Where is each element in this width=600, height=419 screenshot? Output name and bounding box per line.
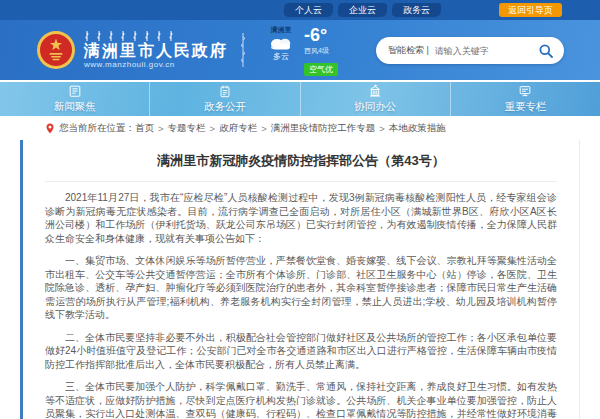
weather-condition: 多云 [273, 51, 289, 62]
breadcrumb-gov-column[interactable]: 政府专栏 [219, 122, 257, 135]
article-paragraph-intro: 2021年11月27日，我市在“应检尽检”人员核酸检测过程中，发现3例新冠病毒核… [45, 191, 557, 245]
breadcrumb: 您当前所在位置： 首页 > 专题专栏 > 政府专栏 > 满洲里疫情防控工作专题 … [0, 116, 600, 140]
site-url: www.manzhouli.gov.cn [84, 60, 228, 69]
document-icon [218, 84, 232, 98]
weather-condition-block: 满洲里 多云 [268, 25, 294, 62]
tab-government-cloud[interactable]: 政务云 [391, 3, 441, 17]
nav-item-news[interactable]: 新闻聚焦 [0, 82, 150, 116]
site-header: 满洲里市人民政府 www.manzhouli.gov.cn 满洲里 多云 -6°… [0, 20, 600, 80]
breadcrumb-prefix: 您当前所在位置： [59, 122, 135, 135]
site-title: 满洲里市人民政府 [84, 42, 228, 60]
top-utility-bar: 个人云 企业云 政务云 返回引导页 [0, 0, 600, 20]
logo-text-block: 满洲里市人民政府 www.manzhouli.gov.cn [84, 31, 228, 69]
weather-city: 满洲里 [271, 25, 292, 35]
building-icon [368, 84, 382, 98]
search-input[interactable] [435, 46, 538, 56]
air-quality-badge: 空气优 [304, 63, 338, 76]
tab-personal-cloud[interactable]: 个人云 [283, 3, 333, 17]
national-emblem-icon [36, 30, 76, 70]
monitor-icon [518, 84, 532, 98]
article-title: 满洲里市新冠肺炎疫情防控指挥部公告（第43号） [45, 146, 557, 182]
article-paragraph-item1: 一、集贸市场、文体休闲娱乐等场所暂停营业，严禁餐饮堂食、婚丧嫁娶、线下会议、宗教… [45, 254, 557, 322]
back-to-guide-button[interactable]: 返回引导页 [499, 3, 562, 17]
mongolian-script-icon [84, 31, 184, 41]
breadcrumb-special-topics[interactable]: 专题专栏 [168, 122, 206, 135]
weather-widget: 满洲里 多云 -6° 西风4级 空气优 [268, 25, 338, 76]
nav-item-gov-affairs[interactable]: 政务公开 [150, 82, 300, 116]
search-bar: 智能检索 | [376, 37, 564, 64]
main-nav: 新闻聚焦 政务公开 协同办公 [0, 80, 600, 116]
search-label: 智能检索 | [388, 44, 429, 57]
breadcrumb-home[interactable]: 首页 [135, 122, 154, 135]
weather-wind: 西风4级 [304, 46, 338, 56]
article-paragraph-item3: 三、全体市民要加强个人防护，科学佩戴口罩、勤洗手、常通风，保持社交距离，养成良好… [45, 380, 557, 419]
site-logo[interactable]: 满洲里市人民政府 www.manzhouli.gov.cn [36, 30, 228, 70]
breadcrumb-local-policies[interactable]: 本地政策措施 [389, 122, 446, 135]
newspaper-icon [68, 84, 82, 98]
nav-item-collaboration[interactable]: 协同办公 [301, 82, 451, 116]
search-icon[interactable] [538, 43, 554, 59]
breadcrumb-epidemic-topic[interactable]: 满洲里疫情防控工作专题 [271, 122, 376, 135]
weather-detail-block: -6° 西风4级 空气优 [304, 25, 338, 76]
article-container: 满洲里市新冠肺炎疫情防控指挥部公告（第43号） 2021年11月27日，我市在“… [20, 140, 580, 419]
weather-temperature: -6° [304, 25, 338, 45]
article-body: 2021年11月27日，我市在“应检尽检”人员核酸检测过程中，发现3例新冠病毒核… [45, 191, 557, 419]
location-pin-icon [45, 122, 55, 135]
nav-item-special-columns[interactable]: 重要专栏 [451, 82, 600, 116]
tab-enterprise-cloud[interactable]: 企业云 [337, 3, 387, 17]
article-paragraph-item2: 二、全体市民要坚持非必要不外出，积极配合社会管控部门做好社区及公共场所的管控工作… [45, 331, 557, 372]
cloud-icon [268, 35, 294, 50]
mongolian-vertical-script-icon [238, 33, 248, 67]
